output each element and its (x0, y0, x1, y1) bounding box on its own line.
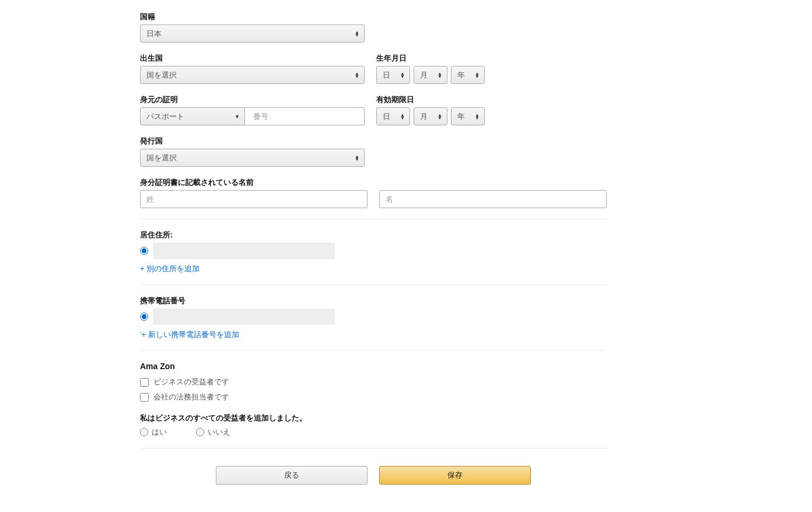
dob-month-select[interactable]: 月 ▲▼ (414, 66, 447, 84)
dob-day-select[interactable]: 日 ▲▼ (376, 66, 410, 84)
birth-country-select[interactable]: 国を選択 ▲▼ (140, 66, 365, 84)
legal-checkbox[interactable] (140, 393, 149, 402)
issuing-country-select[interactable]: 国を選択 ▲▼ (140, 149, 365, 167)
expiry-label: 有効期限日 (376, 94, 607, 105)
beneficiary-label: ビジネスの受益者です (153, 377, 229, 387)
divider (140, 350, 607, 351)
updown-icon: ▲▼ (400, 72, 405, 78)
divider (140, 448, 607, 448)
legal-label: 会社の法務担当者です (153, 392, 229, 402)
address-label: 居住住所: (140, 230, 607, 240)
back-button[interactable]: 戻る (216, 466, 368, 485)
last-name-input[interactable] (140, 190, 368, 208)
dob-label: 生年月日 (376, 53, 607, 64)
updown-icon: ▲▼ (438, 72, 442, 78)
updown-icon: ▲▼ (438, 114, 442, 120)
address-display (153, 243, 335, 259)
id-name-label: 身分証明書に記載されている名前 (140, 177, 607, 188)
amazon-heading: Ama Zon (140, 362, 607, 371)
updown-icon: ▲▼ (355, 155, 359, 161)
expiry-year-value: 年 (457, 111, 465, 122)
divider (140, 219, 607, 219)
expiry-month-select[interactable]: 月 ▲▼ (414, 107, 447, 125)
updown-icon: ▲▼ (400, 114, 405, 120)
phone-label: 携帯電話番号 (140, 296, 607, 306)
identity-type-select[interactable]: パスポート ▼ (140, 107, 245, 125)
expiry-year-select[interactable]: 年 ▲▼ (451, 107, 485, 125)
add-address-link[interactable]: + 別の住所を追加 (140, 264, 200, 274)
expiry-day-value: 日 (383, 111, 390, 122)
identity-number-input[interactable] (245, 107, 365, 125)
nationality-value: 日本 (146, 29, 162, 39)
dropdown-icon: ▼ (235, 114, 240, 120)
issuing-country-label: 発行国 (140, 136, 607, 146)
first-name-input[interactable] (379, 190, 607, 208)
expiry-month-value: 月 (420, 111, 428, 122)
issuing-country-value: 国を選択 (146, 153, 177, 163)
address-radio[interactable] (140, 247, 148, 255)
phone-radio[interactable] (140, 313, 148, 321)
confirm-yes-label: はい (152, 427, 167, 437)
birth-country-value: 国を選択 (146, 70, 177, 80)
birth-country-label: 出生国 (140, 53, 365, 64)
dob-year-select[interactable]: 年 ▲▼ (451, 66, 485, 84)
identity-type-value: パスポート (146, 111, 184, 122)
confirm-label: 私はビジネスのすべての受益者を追加しました。 (140, 413, 607, 423)
add-phone-link[interactable]: '+ 新しい携帯電話番号を追加 (140, 329, 239, 340)
confirm-no-radio[interactable] (196, 428, 204, 436)
beneficiary-checkbox[interactable] (140, 378, 149, 387)
updown-icon: ▲▼ (355, 31, 359, 37)
dob-year-value: 年 (457, 70, 465, 80)
dob-month-value: 月 (420, 70, 428, 80)
updown-icon: ▲▼ (475, 114, 480, 120)
identity-label: 身元の証明 (140, 94, 365, 105)
confirm-no-label: いいえ (208, 427, 230, 437)
confirm-yes-radio[interactable] (140, 428, 148, 436)
updown-icon: ▲▼ (475, 72, 480, 78)
nationality-label: 国籍 (140, 12, 607, 22)
divider (140, 285, 607, 285)
save-button[interactable]: 保存 (379, 466, 531, 485)
expiry-day-select[interactable]: 日 ▲▼ (376, 107, 410, 125)
phone-display (153, 308, 335, 325)
nationality-select[interactable]: 日本 ▲▼ (140, 24, 365, 43)
dob-day-value: 日 (383, 70, 390, 80)
updown-icon: ▲▼ (355, 72, 359, 78)
